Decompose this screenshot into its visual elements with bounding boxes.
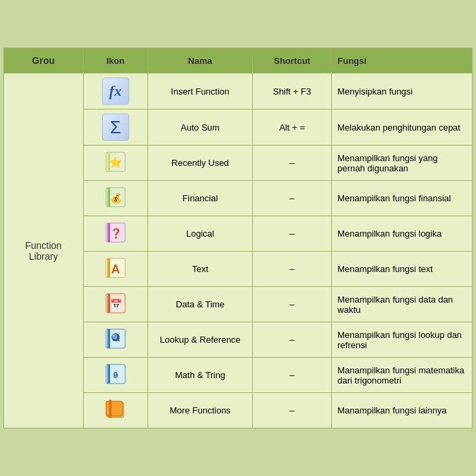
svg-rect-23: [106, 401, 122, 416]
svg-text:🔍: 🔍: [112, 333, 120, 342]
svg-text:A: A: [111, 262, 120, 276]
row-nama: Financial: [148, 181, 252, 216]
row-shortcut: –: [252, 287, 332, 322]
icon-math: θ: [83, 358, 148, 393]
row-shortcut: –: [252, 322, 332, 358]
row-nama: Logical: [148, 216, 252, 252]
row-fungsi: Menampilkan fungsi text: [332, 252, 473, 287]
row-nama: More Functions: [148, 393, 252, 428]
icon-sigma: Σ: [83, 109, 148, 146]
row-shortcut: Shift + F3: [252, 73, 332, 109]
svg-rect-16: [107, 329, 110, 348]
svg-text:⭐: ⭐: [109, 156, 122, 169]
svg-rect-24: [109, 400, 112, 418]
row-fungsi: Menampilkan fungsi finansial: [332, 181, 473, 216]
icon-lookup: 🔍: [83, 322, 148, 358]
group-label: Function Library: [4, 73, 84, 428]
row-nama: Text: [148, 252, 252, 287]
icon-logical: ❓: [83, 216, 148, 252]
row-shortcut: –: [252, 393, 332, 428]
header-ikon: Ikon: [83, 48, 148, 73]
svg-text:❓: ❓: [109, 228, 122, 239]
svg-rect-10: [107, 258, 110, 277]
row-shortcut: –: [252, 181, 332, 216]
row-fungsi: Menampilkan fungsi yang pernah digunakan: [332, 146, 473, 181]
row-nama: Math & Tring: [148, 358, 252, 393]
row-shortcut: –: [252, 358, 332, 393]
icon-recent: ⭐: [83, 146, 148, 181]
icon-datetime: 📅: [83, 287, 148, 322]
row-nama: Lookup & Reference: [148, 322, 252, 358]
icon-financial: 💰: [83, 181, 148, 216]
row-nama: Insert Function: [148, 73, 252, 109]
icon-fx: fx: [83, 73, 148, 109]
row-shortcut: –: [252, 216, 332, 252]
row-nama: Auto Sum: [148, 109, 252, 146]
header-fungsi: Fungsi: [332, 48, 473, 73]
icon-more: [83, 393, 148, 428]
row-fungsi: Manampilkan fungsi lainnya: [332, 393, 473, 428]
row-shortcut: –: [252, 146, 332, 181]
row-fungsi: Melakukan penghitungan cepat: [332, 109, 473, 146]
svg-text:📅: 📅: [109, 299, 122, 310]
row-fungsi: Menyisipkan fungsi: [332, 73, 473, 109]
header-shortcut: Shortcut: [252, 48, 332, 73]
table-row: Function LibraryfxInsert FunctionShift +…: [4, 73, 473, 109]
row-shortcut: Alt + =: [252, 109, 332, 146]
row-fungsi: Manampilkan fungsi matematika dari trigo…: [332, 358, 473, 393]
row-fungsi: Menampilkan fungsi data dan waktu: [332, 287, 473, 322]
svg-text:💰: 💰: [109, 192, 122, 204]
svg-text:θ: θ: [113, 370, 118, 380]
svg-rect-20: [107, 364, 110, 384]
row-fungsi: Menampilkan fungsi logika: [332, 216, 473, 252]
header-grou: Grou: [4, 48, 84, 73]
row-nama: Recently Used: [148, 146, 252, 181]
row-fungsi: Menampilkan fungsi lookup dan refrensi: [332, 322, 473, 358]
row-nama: Data & Time: [148, 287, 252, 322]
row-shortcut: –: [252, 252, 332, 287]
header-nama: Nama: [148, 48, 252, 73]
icon-text: A: [83, 252, 148, 287]
